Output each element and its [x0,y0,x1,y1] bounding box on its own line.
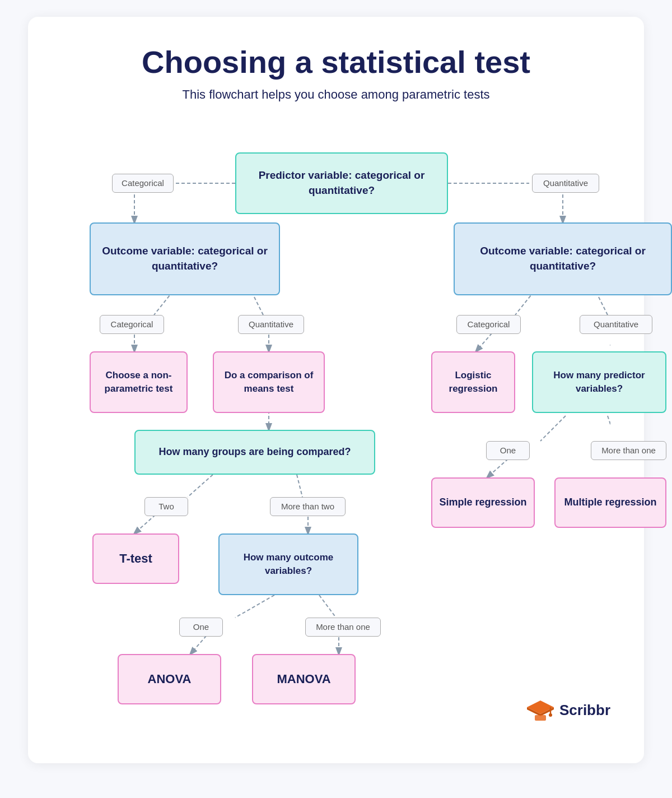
outcome-variable-left-box: Outcome variable: categorical or quantit… [90,222,280,295]
svg-line-23 [608,416,610,441]
page-subtitle: This flowchart helps you choose among pa… [62,87,610,102]
svg-point-28 [549,713,552,717]
scribbr-text: Scribbr [559,702,610,719]
two-label: Two [144,497,188,516]
t-test-box: T-test [92,533,179,584]
svg-line-9 [188,475,213,497]
more-than-one-label-left: More than one [305,618,381,637]
one-label-left: One [179,618,223,637]
how-many-predictor-box: How many predictor variables? [532,351,666,413]
simple-regression-box: Simple regression [431,477,535,528]
svg-line-15 [319,595,336,618]
scribbr-icon [527,697,554,724]
svg-line-21 [540,416,566,441]
categorical-label-left2: Categorical [100,315,164,334]
multiple-regression-box: Multiple regression [554,477,666,528]
scribbr-logo: Scribbr [527,697,610,724]
quantitative-label-left2: Quantitative [238,315,304,334]
how-many-groups-box: How many groups are being compared? [134,430,375,475]
anova-box: ANOVA [118,654,221,704]
manova-box: MANOVA [252,654,356,704]
svg-rect-29 [535,715,546,721]
more-than-two-label: More than two [270,497,346,516]
comparison-means-box: Do a comparison of means test [213,351,325,413]
svg-line-11 [297,475,302,497]
one-label-right: One [486,441,530,460]
svg-line-13 [235,595,274,618]
page-title: Choosing a statistical test [62,45,610,80]
more-than-one-label-right: More than one [591,441,666,460]
quantitative-label-right: Quantitative [580,315,652,334]
quantitative-label-top-right: Quantitative [532,174,599,193]
categorical-label-top-left: Categorical [112,174,174,193]
non-parametric-box: Choose a non-parametric test [90,351,188,413]
logistic-regression-box: Logistic regression [431,351,515,413]
how-many-outcome-box: How many outcome variables? [218,533,358,595]
categorical-label-right: Categorical [456,315,521,334]
predictor-variable-box: Predictor variable: categorical or quant… [235,152,448,214]
outcome-variable-right-box: Outcome variable: categorical or quantit… [454,222,672,295]
